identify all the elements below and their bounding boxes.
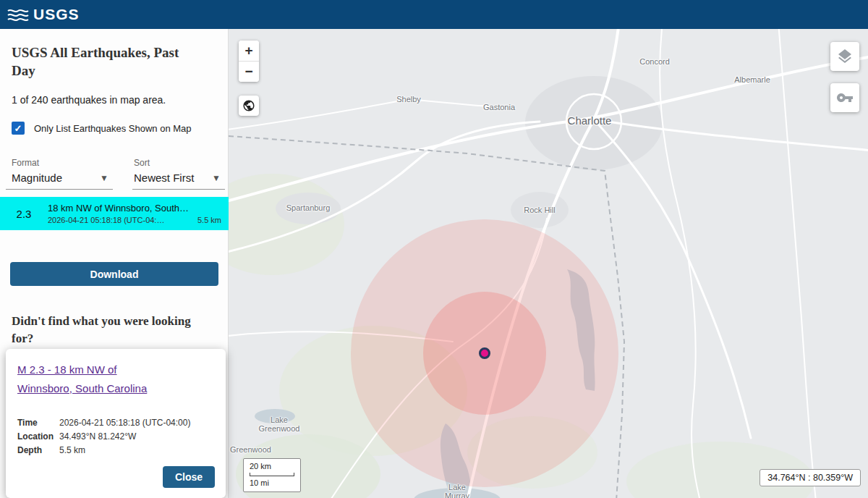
location-row: Location 34.493°N 81.242°W [17, 430, 214, 444]
checkbox-label: Only List Earthquakes Shown on Map [34, 123, 192, 134]
chevron-down-icon: ▼ [100, 173, 109, 183]
event-detail-rows: Time 2026-04-21 05:18:18 (UTC-04:00) Loc… [17, 416, 214, 458]
location-value: 34.493°N 81.242°W [59, 430, 136, 444]
scale-mi: 10 mi [250, 478, 294, 489]
location-label: Location [17, 430, 59, 444]
event-detail-link[interactable]: M 2.3 - 18 km NW of Winnsboro, South Car… [17, 360, 169, 399]
sidebar: USGS All Earthquakes, Past Day 1 of 240 … [0, 29, 229, 498]
download-button[interactable]: Download [10, 262, 218, 286]
depth-value: 5.5 km [59, 444, 85, 457]
earthquake-list-item[interactable]: 2.3 18 km NW of Winnsboro, South… 2026-0… [0, 197, 229, 230]
format-value: Magnitude [12, 172, 62, 184]
time-value: 2026-04-21 05:18:18 (UTC-04:00) [59, 416, 190, 430]
app-header: USGS [0, 0, 868, 29]
epicenter-marker[interactable] [479, 347, 490, 359]
not-found-text: Didn't find what you were looking for? [12, 313, 210, 347]
layers-button[interactable] [830, 42, 859, 71]
usgs-wave-icon [7, 7, 29, 22]
event-time: 2026-04-21 05:18:18 (UTC-04:… [48, 216, 164, 224]
globe-view-button[interactable] [239, 96, 259, 116]
cursor-coordinates: 34.764°N : 80.359°W [760, 469, 861, 486]
depth-label: Depth [17, 444, 59, 457]
time-label: Time [17, 416, 59, 430]
layers-icon [836, 48, 854, 65]
event-detail-popup: M 2.3 - 18 km NW of Winnsboro, South Car… [6, 349, 226, 498]
sort-value: Newest First [134, 172, 194, 184]
format-label: Format [12, 158, 111, 168]
checkbox[interactable]: ✓ [12, 122, 25, 135]
zoom-control: + − [239, 41, 259, 82]
format-select[interactable]: Format Magnitude ▼ [6, 158, 113, 190]
sort-label: Sort [134, 158, 224, 168]
globe-icon [242, 99, 255, 112]
zoom-out-button[interactable]: − [239, 62, 259, 82]
sort-select[interactable]: Sort Newest First ▼ [132, 158, 225, 190]
close-button[interactable]: Close [163, 466, 215, 488]
chevron-down-icon: ▼ [212, 173, 221, 183]
earthquake-count: 1 of 240 earthquakes in map area. [12, 94, 166, 106]
time-row: Time 2026-04-21 05:18:18 (UTC-04:00) [17, 416, 214, 430]
depth-row: Depth 5.5 km [17, 444, 214, 457]
scale-km: 20 km [250, 461, 294, 472]
only-list-shown-checkbox-row[interactable]: ✓ Only List Earthquakes Shown on Map [12, 122, 192, 135]
usgs-logo[interactable]: USGS [7, 6, 80, 23]
scale-rule [250, 473, 294, 476]
page-title: USGS All Earthquakes, Past Day [12, 43, 201, 80]
event-depth: 5.5 km [197, 216, 221, 224]
event-title: 18 km NW of Winnsboro, South… [48, 203, 221, 214]
brand-text: USGS [33, 6, 80, 23]
zoom-in-button[interactable]: + [239, 41, 259, 61]
key-icon [836, 89, 854, 106]
checkmark-icon: ✓ [14, 124, 22, 133]
legend-key-button[interactable] [830, 83, 859, 112]
map[interactable]: Concord Albemarle Shelby Gastonia Charlo… [229, 29, 868, 498]
map-scale: 20 km 10 mi [243, 458, 301, 492]
event-magnitude: 2.3 [0, 208, 48, 220]
